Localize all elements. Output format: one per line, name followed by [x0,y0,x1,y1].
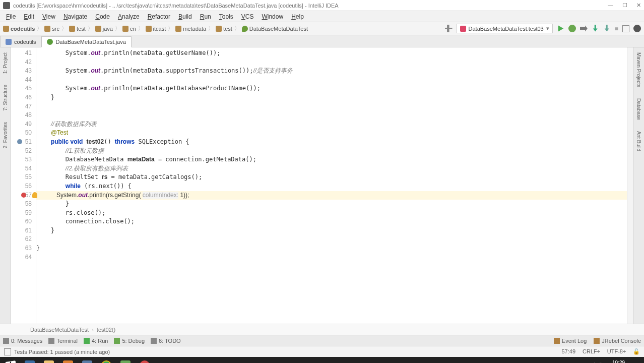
breadcrumb-class[interactable]: DataBaseMetaDataTest [30,327,89,333]
menu-navigate[interactable]: Navigate [60,12,90,21]
breadcrumb-method[interactable]: test02() [97,327,115,333]
project-structure-button[interactable] [622,25,629,32]
title-bar: codeutils [E:\workspace\hrm\codeutils] -… [0,0,644,11]
close-button[interactable]: ✕ [636,2,641,9]
editor-tabs: codeutilsDataBaseMetaDataTest.java [0,35,644,47]
coverage-button[interactable] [580,25,588,32]
toolwin----todo[interactable]: 6: TODO [151,338,181,344]
crumb-java[interactable]: java [95,26,113,32]
code-editor[interactable]: System.out.println(metaData.getUserName(… [36,47,633,324]
menu-tools[interactable]: Tools [216,12,236,21]
minimize-button[interactable]: — [608,2,613,9]
file-encoding[interactable]: UTF-8÷ [607,348,626,355]
toolwin-icon [114,338,120,344]
folder-icon [95,26,101,32]
breakpoint-icon[interactable] [21,193,26,198]
search-everywhere-button[interactable] [633,25,641,32]
sidebar-database[interactable]: Database [636,96,641,122]
status-message: Tests Passed: 1 passed (a minute ago) [14,349,110,355]
menu-view[interactable]: View [39,12,58,21]
toolwin----debug[interactable]: 5: Debug [114,338,145,344]
stop-button[interactable]: ■ [615,25,618,32]
crumb-DataBaseMetaDataTest[interactable]: DataBaseMetaDataTest [242,26,308,32]
folder-icon [216,26,222,32]
menu-run[interactable]: Run [197,12,214,21]
debug-button[interactable] [568,25,576,32]
toolwin-jrebel-console[interactable]: JRebel Console [594,338,641,344]
menu-refactor[interactable]: Refactor [145,12,173,21]
run-marker-icon[interactable] [17,139,22,144]
crumb-itcast[interactable]: itcast [146,26,166,32]
build-icon[interactable] [445,25,453,32]
toolwin-icon [3,338,9,344]
window-title: codeutils [E:\workspace\hrm\codeutils] -… [13,3,339,9]
taskbar-app-4[interactable] [79,358,96,363]
menu-edit[interactable]: Edit [21,12,37,21]
left-sidebar: 1: Project7: Structure2: Favorites [0,47,11,324]
app-icon [3,2,10,9]
hide-toolwindows-icon[interactable] [4,348,11,355]
sidebar----favorites[interactable]: 2: Favorites [3,120,8,150]
toolwin-icon [48,338,54,344]
run-config-icon [460,26,466,32]
folder-icon [242,26,248,32]
sidebar----project[interactable]: 1: Project [3,50,8,76]
menu-analyze[interactable]: Analyze [115,12,143,21]
taskbar-explorer[interactable] [40,358,57,363]
toolwin----run[interactable]: 4: Run [84,338,108,344]
toolwin-terminal[interactable]: Terminal [48,338,78,344]
menu-window[interactable]: Window [259,12,286,21]
sidebar----structure[interactable]: 7: Structure [3,83,8,113]
run-config-label: DataBaseMetaDataTest.test03 [469,26,544,32]
right-sidebar: Maven ProjectsDatabaseAnt Build [633,47,644,324]
crumb-codeutils[interactable]: codeutils [3,26,35,32]
taskbar-chrome[interactable] [98,358,115,363]
menu-file[interactable]: File [3,12,19,21]
jrebel-button[interactable] [592,25,599,32]
tab-DataBaseMetaDataTest.java[interactable]: DataBaseMetaDataTest.java [41,36,131,47]
crumb-cn[interactable]: cn [122,26,136,32]
crumb-test[interactable]: test [216,26,232,32]
system-tray: ⌃ 🔊 📶 中 英 10:29 2019/8/4 ▭ [561,360,642,363]
tool-window-bar: 0: MessagesTerminal4: Run5: Debug6: TODO… [0,335,644,346]
toolwin-icon [151,338,157,344]
sidebar-ant-build[interactable]: Ant Build [636,129,641,153]
jrebel-debug-button[interactable] [603,25,611,32]
intention-bulb-icon[interactable] [32,192,37,198]
taskbar-app-7[interactable] [136,358,153,363]
crumb-test[interactable]: test [69,26,86,32]
sidebar-maven-projects[interactable]: Maven Projects [636,50,641,89]
taskbar-app-6[interactable] [117,358,134,363]
cursor-position[interactable]: 57:49 [562,348,576,355]
toolwin-event-log[interactable]: Event Log [554,338,587,344]
folder-icon [3,26,9,32]
toggle-readonly[interactable]: 🔓 [633,348,640,355]
crumb-src[interactable]: src [44,26,59,32]
status-bar: Tests Passed: 1 passed (a minute ago) 57… [0,346,644,357]
folder-icon [175,26,181,32]
menu-help[interactable]: Help [288,12,307,21]
editor-area[interactable]: 4142434445464748495051525354555657585960… [11,47,633,324]
gutter[interactable]: 4142434445464748495051525354555657585960… [11,47,36,324]
structure-breadcrumb[interactable]: DataBaseMetaDataTest › test02() [0,324,644,335]
taskbar-intellij[interactable] [21,358,38,363]
toolwin----messages[interactable]: 0: Messages [3,338,42,344]
vertical-scrollbar[interactable] [627,47,633,324]
taskbar-app-3[interactable] [59,358,77,363]
menu-code[interactable]: Code [92,12,113,21]
start-button[interactable] [2,358,19,363]
menu-build[interactable]: Build [175,12,195,21]
tab-codeutils[interactable]: codeutils [0,36,41,47]
menu-bar: FileEditViewNavigateCodeAnalyzeRefactorB… [0,11,644,22]
tray-time[interactable]: 10:29 [609,360,628,363]
run-button[interactable] [557,25,564,32]
toolwin-icon [84,338,90,344]
breadcrumb-path: codeutils〉src〉test〉java〉cn〉itcast〉metada… [3,25,308,32]
class-icon [47,39,53,45]
run-config-selector[interactable]: DataBaseMetaDataTest.test03 ▾ [457,24,553,33]
line-separator[interactable]: CRLF÷ [583,348,600,355]
chevron-down-icon: ▾ [546,25,549,32]
maximize-button[interactable]: ☐ [622,2,627,9]
menu-vcs[interactable]: VCS [238,12,257,21]
crumb-metadata[interactable]: metadata [175,26,206,32]
